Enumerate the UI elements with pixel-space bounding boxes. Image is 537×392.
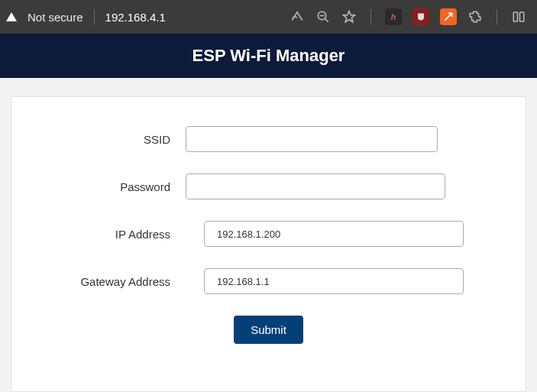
ssid-label: SSID: [34, 133, 186, 146]
svg-line-1: [325, 18, 328, 22]
divider: [370, 9, 371, 24]
svg-marker-3: [344, 11, 355, 22]
password-label: Password: [34, 180, 186, 193]
extensions-icon[interactable]: [467, 9, 483, 24]
gateway-row: Gateway Address: [34, 268, 503, 294]
browser-toolbar-icons: h: [290, 8, 531, 25]
favorite-star-icon[interactable]: [341, 9, 357, 24]
wifi-config-card: SSID Password IP Address Gateway Address…: [11, 96, 526, 392]
page-body: SSID Password IP Address Gateway Address…: [0, 78, 537, 392]
extension-icon[interactable]: [440, 8, 457, 25]
submit-row: Submit: [34, 316, 503, 344]
divider: [497, 9, 497, 24]
ip-label: IP Address: [34, 228, 186, 241]
svg-rect-5: [520, 12, 524, 21]
ssid-row: SSID: [34, 126, 503, 152]
split-screen-icon[interactable]: [511, 9, 526, 24]
divider: [94, 9, 95, 24]
password-input[interactable]: [186, 173, 445, 199]
gateway-label: Gateway Address: [34, 275, 186, 288]
gateway-input[interactable]: [204, 268, 464, 294]
zoom-out-icon[interactable]: [315, 9, 331, 24]
page-title: ESP Wi-Fi Manager: [192, 46, 345, 66]
page-header: ESP Wi-Fi Manager: [0, 34, 537, 78]
ip-row: IP Address: [34, 221, 503, 247]
extension-icon[interactable]: h: [385, 8, 402, 25]
url-text[interactable]: 192.168.4.1: [101, 11, 170, 24]
password-row: Password: [34, 173, 503, 199]
warning-icon: [6, 12, 17, 21]
security-status[interactable]: Not secure: [23, 11, 88, 24]
submit-button[interactable]: Submit: [234, 316, 303, 344]
ip-input[interactable]: [204, 221, 464, 247]
browser-address-bar: Not secure 192.168.4.1 h: [0, 0, 537, 34]
svg-rect-4: [513, 12, 517, 21]
ssid-input[interactable]: [186, 126, 438, 152]
read-aloud-icon[interactable]: [290, 9, 305, 24]
ublock-icon[interactable]: [412, 8, 429, 25]
